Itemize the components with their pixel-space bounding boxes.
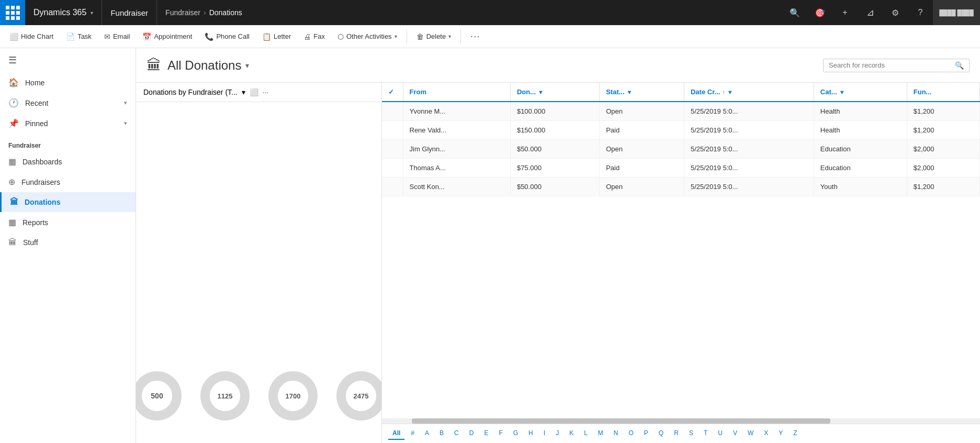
page-link-M[interactable]: M bbox=[594, 427, 607, 440]
row-check-0[interactable] bbox=[382, 102, 403, 121]
waffle-button[interactable] bbox=[0, 0, 25, 25]
breadcrumb-parent[interactable]: Fundraiser bbox=[165, 8, 200, 17]
page-link-C[interactable]: C bbox=[450, 427, 463, 440]
more-button[interactable]: ··· bbox=[465, 27, 486, 46]
row-check-4[interactable] bbox=[382, 178, 403, 196]
page-link-N[interactable]: N bbox=[610, 427, 623, 440]
page-link-Z[interactable]: Z bbox=[789, 427, 801, 440]
page-link-L[interactable]: L bbox=[580, 427, 592, 440]
filter-nav-icon[interactable]: ⊿ bbox=[858, 0, 883, 25]
page-link-Y[interactable]: Y bbox=[774, 427, 787, 440]
page-link-P[interactable]: P bbox=[640, 427, 652, 440]
email-button[interactable]: ✉ Email bbox=[99, 27, 136, 46]
sidebar-item-dashboards[interactable]: ▦ Dashboards bbox=[0, 151, 136, 172]
delete-button[interactable]: 🗑 Delete ▾ bbox=[411, 27, 457, 46]
table-row[interactable]: Yvonne M... $100.000 Open 5/25/2019 5:0.… bbox=[382, 102, 980, 121]
app-name-button[interactable]: Dynamics 365 ▾ bbox=[25, 0, 102, 25]
row-date-0: 5/25/2019 5:0... bbox=[684, 102, 814, 121]
sidebar-recent-label: Recent bbox=[25, 99, 48, 107]
hide-chart-button[interactable]: ⬜ Hide Chart bbox=[4, 27, 59, 46]
page-link-H[interactable]: H bbox=[524, 427, 537, 440]
row-check-2[interactable] bbox=[382, 140, 403, 159]
search-input[interactable] bbox=[829, 61, 955, 69]
search-icon[interactable]: 🔍 bbox=[955, 61, 964, 70]
page-link-J[interactable]: J bbox=[551, 427, 563, 440]
page-link-S[interactable]: S bbox=[685, 427, 697, 440]
col-date[interactable]: Date Cr... ↑ ▼ bbox=[684, 83, 814, 102]
page-link-#[interactable]: # bbox=[407, 427, 419, 440]
page-link-I[interactable]: I bbox=[539, 427, 549, 440]
task-button[interactable]: 📄 Task bbox=[61, 27, 97, 46]
page-link-K[interactable]: K bbox=[565, 427, 578, 440]
col-fundraiser[interactable]: Fun... bbox=[907, 83, 979, 102]
donation-filter-icon[interactable]: ▼ bbox=[538, 89, 544, 95]
other-activities-button[interactable]: ⬡ Other Activities ▾ bbox=[332, 27, 402, 46]
category-filter-icon[interactable]: ▼ bbox=[839, 89, 845, 95]
settings-nav-icon[interactable]: ⚙ bbox=[883, 0, 908, 25]
sidebar-item-reports[interactable]: ▦ Reports bbox=[0, 212, 136, 232]
page-link-B[interactable]: B bbox=[435, 427, 448, 440]
page-link-G[interactable]: G bbox=[509, 427, 522, 440]
fax-button[interactable]: 🖨 Fax bbox=[298, 27, 330, 46]
col-status[interactable]: Stat... ▼ bbox=[600, 83, 684, 102]
phone-call-button[interactable]: 📞 Phone Call bbox=[199, 27, 255, 46]
table-row[interactable]: Thomas A... $75.000 Paid 5/25/2019 5:0..… bbox=[382, 159, 980, 178]
task-label: Task bbox=[77, 32, 92, 40]
page-link-O[interactable]: O bbox=[625, 427, 638, 440]
page-title-chevron[interactable]: ▾ bbox=[245, 61, 249, 70]
page-link-Q[interactable]: Q bbox=[655, 427, 668, 440]
search-nav-icon[interactable]: 🔍 bbox=[782, 0, 807, 25]
create-nav-icon[interactable]: + bbox=[832, 0, 858, 25]
more-icon: ··· bbox=[470, 32, 480, 41]
page-link-T[interactable]: T bbox=[700, 427, 712, 440]
status-filter-icon[interactable]: ▼ bbox=[627, 89, 633, 95]
row-check-3[interactable] bbox=[382, 159, 403, 178]
sidebar-pinned-label: Pinned bbox=[25, 119, 48, 128]
col-check[interactable]: ✓ bbox=[382, 83, 403, 102]
sidebar-item-pinned[interactable]: 📌 Pinned ▾ bbox=[0, 113, 136, 134]
row-category-3: Education bbox=[814, 159, 907, 178]
sidebar-item-fundraisers[interactable]: ⊕ Fundraisers bbox=[0, 172, 136, 192]
scrollbar-thumb[interactable] bbox=[412, 418, 830, 424]
svg-text:1125: 1125 bbox=[217, 392, 232, 400]
user-avatar[interactable]: ████ ████ bbox=[933, 0, 980, 25]
chart-expand-icon[interactable]: ⬜ bbox=[250, 88, 258, 96]
sidebar-item-donations[interactable]: 🏛 Donations bbox=[0, 192, 136, 212]
col-category[interactable]: Cat... ▼ bbox=[814, 83, 907, 102]
table-row[interactable]: Scott Kon... $50.000 Open 5/25/2019 5:0.… bbox=[382, 178, 980, 196]
page-link-All[interactable]: All bbox=[388, 427, 404, 440]
page-link-F[interactable]: F bbox=[494, 427, 506, 440]
letter-button[interactable]: 📋 Letter bbox=[257, 27, 296, 46]
help-nav-icon[interactable]: ? bbox=[908, 0, 933, 25]
page-link-W[interactable]: W bbox=[744, 427, 758, 440]
page-link-E[interactable]: E bbox=[480, 427, 492, 440]
page-link-D[interactable]: D bbox=[465, 427, 478, 440]
date-filter-icon[interactable]: ▼ bbox=[727, 89, 733, 95]
table-row[interactable]: Jim Glynn... $50.000 Open 5/25/2019 5:0.… bbox=[382, 140, 980, 159]
date-sort-icon[interactable]: ↑ bbox=[722, 89, 725, 95]
col-donation[interactable]: Don... ▼ bbox=[510, 83, 599, 102]
chart-more-icon[interactable]: ··· bbox=[263, 88, 269, 96]
appointment-button[interactable]: 📅 Appointment bbox=[137, 27, 197, 46]
grid-table-wrapper[interactable]: ✓ From Don... bbox=[382, 83, 980, 418]
page-link-X[interactable]: X bbox=[760, 427, 772, 440]
chart-dropdown-chevron[interactable]: ▾ bbox=[242, 88, 245, 96]
chart-title: Donations by Fundraiser (T... bbox=[143, 88, 238, 96]
search-box[interactable]: 🔍 bbox=[823, 59, 970, 72]
page-link-R[interactable]: R bbox=[670, 427, 683, 440]
current-app-button[interactable]: Fundraiser bbox=[102, 0, 157, 25]
row-status-2: Open bbox=[600, 140, 684, 159]
page-link-V[interactable]: V bbox=[729, 427, 741, 440]
sidebar-item-stuff[interactable]: 🏛 Stuff bbox=[0, 232, 136, 252]
table-row[interactable]: Rene Vald... $150.000 Paid 5/25/2019 5:0… bbox=[382, 121, 980, 140]
page-link-A[interactable]: A bbox=[421, 427, 433, 440]
row-from-4: Scott Kon... bbox=[403, 178, 510, 196]
col-from[interactable]: From bbox=[403, 83, 510, 102]
hamburger-button[interactable]: ☰ bbox=[0, 48, 136, 72]
sidebar-item-recent[interactable]: 🕐 Recent ▾ bbox=[0, 93, 136, 113]
sidebar-item-home[interactable]: 🏠 Home bbox=[0, 72, 136, 93]
recent-nav-icon[interactable]: 🎯 bbox=[807, 0, 832, 25]
horizontal-scrollbar[interactable] bbox=[382, 418, 980, 424]
row-check-1[interactable] bbox=[382, 121, 403, 140]
page-link-U[interactable]: U bbox=[714, 427, 727, 440]
